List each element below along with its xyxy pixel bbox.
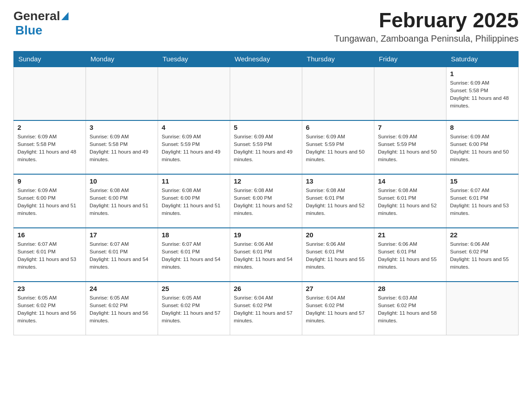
weekday-header-wednesday: Wednesday (230, 51, 302, 67)
day-number: 26 (234, 285, 298, 292)
day-number: 2 (17, 124, 82, 131)
day-number: 28 (378, 285, 442, 292)
calendar-cell: 4Sunrise: 6:09 AMSunset: 5:59 PMDaylight… (158, 120, 230, 174)
calendar-cell: 6Sunrise: 6:09 AMSunset: 5:59 PMDaylight… (302, 120, 374, 174)
calendar-cell: 3Sunrise: 6:09 AMSunset: 5:58 PMDaylight… (86, 120, 158, 174)
day-info: Sunrise: 6:08 AMSunset: 6:00 PMDaylight:… (162, 187, 226, 218)
logo-triangle-icon (61, 12, 69, 22)
calendar-cell (158, 67, 230, 120)
day-number: 11 (162, 177, 226, 185)
calendar-week-row: 16Sunrise: 6:07 AMSunset: 6:01 PMDayligh… (14, 228, 519, 282)
day-info: Sunrise: 6:03 AMSunset: 6:02 PMDaylight:… (378, 294, 442, 325)
day-number: 22 (450, 231, 515, 239)
day-number: 23 (17, 285, 82, 292)
day-number: 7 (378, 124, 442, 131)
calendar-cell: 24Sunrise: 6:05 AMSunset: 6:02 PMDayligh… (86, 282, 158, 335)
day-number: 20 (306, 231, 370, 239)
calendar-cell: 7Sunrise: 6:09 AMSunset: 5:59 PMDaylight… (374, 120, 446, 174)
day-number: 10 (90, 177, 154, 185)
title-block: February 2025 Tungawan, Zamboanga Penins… (334, 9, 519, 44)
calendar-cell: 28Sunrise: 6:03 AMSunset: 6:02 PMDayligh… (374, 282, 446, 335)
calendar-cell (374, 67, 446, 120)
logo: General Blue (13, 9, 69, 38)
day-number: 5 (234, 124, 298, 131)
day-info: Sunrise: 6:06 AMSunset: 6:01 PMDaylight:… (378, 240, 442, 271)
month-year-title: February 2025 (334, 9, 519, 32)
day-info: Sunrise: 6:06 AMSunset: 6:01 PMDaylight:… (306, 240, 370, 271)
calendar-week-row: 23Sunrise: 6:05 AMSunset: 6:02 PMDayligh… (14, 282, 519, 335)
weekday-header-thursday: Thursday (302, 51, 374, 67)
day-info: Sunrise: 6:08 AMSunset: 6:01 PMDaylight:… (378, 187, 442, 218)
calendar-cell: 5Sunrise: 6:09 AMSunset: 5:59 PMDaylight… (230, 120, 302, 174)
logo-general-text: General (13, 9, 60, 23)
calendar-cell (86, 67, 158, 120)
calendar-cell: 27Sunrise: 6:04 AMSunset: 6:02 PMDayligh… (302, 282, 374, 335)
calendar-cell (446, 282, 519, 335)
day-info: Sunrise: 6:04 AMSunset: 6:02 PMDaylight:… (306, 294, 370, 325)
calendar-cell: 21Sunrise: 6:06 AMSunset: 6:01 PMDayligh… (374, 228, 446, 282)
calendar-cell: 10Sunrise: 6:08 AMSunset: 6:00 PMDayligh… (86, 174, 158, 228)
day-info: Sunrise: 6:08 AMSunset: 6:01 PMDaylight:… (306, 187, 370, 218)
day-info: Sunrise: 6:06 AMSunset: 6:02 PMDaylight:… (450, 240, 515, 271)
day-number: 12 (234, 177, 298, 185)
day-number: 25 (162, 285, 226, 292)
day-number: 13 (306, 177, 370, 185)
day-number: 16 (17, 231, 82, 239)
weekday-header-tuesday: Tuesday (158, 51, 230, 67)
calendar-table: SundayMondayTuesdayWednesdayThursdayFrid… (13, 51, 519, 336)
calendar-cell: 25Sunrise: 6:05 AMSunset: 6:02 PMDayligh… (158, 282, 230, 335)
calendar-cell: 22Sunrise: 6:06 AMSunset: 6:02 PMDayligh… (446, 228, 519, 282)
day-info: Sunrise: 6:05 AMSunset: 6:02 PMDaylight:… (17, 294, 82, 325)
day-number: 19 (234, 231, 298, 239)
calendar-cell: 26Sunrise: 6:04 AMSunset: 6:02 PMDayligh… (230, 282, 302, 335)
day-number: 1 (450, 70, 515, 77)
day-info: Sunrise: 6:09 AMSunset: 5:59 PMDaylight:… (306, 133, 370, 164)
day-number: 15 (450, 177, 515, 185)
svg-marker-0 (61, 12, 69, 20)
calendar-cell: 11Sunrise: 6:08 AMSunset: 6:00 PMDayligh… (158, 174, 230, 228)
logo-blue-text: Blue (15, 23, 43, 37)
day-info: Sunrise: 6:08 AMSunset: 6:00 PMDaylight:… (90, 187, 154, 218)
day-info: Sunrise: 6:05 AMSunset: 6:02 PMDaylight:… (162, 294, 226, 325)
calendar-cell: 16Sunrise: 6:07 AMSunset: 6:01 PMDayligh… (14, 228, 86, 282)
day-number: 17 (90, 231, 154, 239)
day-number: 8 (450, 124, 515, 131)
calendar-cell: 14Sunrise: 6:08 AMSunset: 6:01 PMDayligh… (374, 174, 446, 228)
day-info: Sunrise: 6:09 AMSunset: 5:58 PMDaylight:… (450, 79, 515, 110)
day-info: Sunrise: 6:04 AMSunset: 6:02 PMDaylight:… (234, 294, 298, 325)
weekday-header-saturday: Saturday (446, 51, 519, 67)
calendar-week-row: 2Sunrise: 6:09 AMSunset: 5:58 PMDaylight… (14, 120, 519, 174)
day-info: Sunrise: 6:07 AMSunset: 6:01 PMDaylight:… (162, 240, 226, 271)
day-number: 27 (306, 285, 370, 292)
calendar-cell: 1Sunrise: 6:09 AMSunset: 5:58 PMDaylight… (446, 67, 519, 120)
calendar-cell (302, 67, 374, 120)
calendar-header-row: SundayMondayTuesdayWednesdayThursdayFrid… (14, 51, 519, 67)
calendar-cell: 9Sunrise: 6:09 AMSunset: 6:00 PMDaylight… (14, 174, 86, 228)
day-info: Sunrise: 6:09 AMSunset: 5:59 PMDaylight:… (378, 133, 442, 164)
calendar-cell: 15Sunrise: 6:07 AMSunset: 6:01 PMDayligh… (446, 174, 519, 228)
day-info: Sunrise: 6:09 AMSunset: 5:59 PMDaylight:… (234, 133, 298, 164)
day-number: 14 (378, 177, 442, 185)
calendar-cell: 20Sunrise: 6:06 AMSunset: 6:01 PMDayligh… (302, 228, 374, 282)
day-number: 24 (90, 285, 154, 292)
day-info: Sunrise: 6:09 AMSunset: 6:00 PMDaylight:… (17, 187, 82, 218)
weekday-header-sunday: Sunday (14, 51, 86, 67)
day-info: Sunrise: 6:09 AMSunset: 5:58 PMDaylight:… (17, 133, 82, 164)
weekday-header-monday: Monday (86, 51, 158, 67)
calendar-week-row: 9Sunrise: 6:09 AMSunset: 6:00 PMDaylight… (14, 174, 519, 228)
day-info: Sunrise: 6:07 AMSunset: 6:01 PMDaylight:… (17, 240, 82, 271)
calendar-week-row: 1Sunrise: 6:09 AMSunset: 5:58 PMDaylight… (14, 67, 519, 120)
calendar-cell: 13Sunrise: 6:08 AMSunset: 6:01 PMDayligh… (302, 174, 374, 228)
day-info: Sunrise: 6:06 AMSunset: 6:01 PMDaylight:… (234, 240, 298, 271)
calendar-cell: 12Sunrise: 6:08 AMSunset: 6:00 PMDayligh… (230, 174, 302, 228)
calendar-cell: 8Sunrise: 6:09 AMSunset: 6:00 PMDaylight… (446, 120, 519, 174)
calendar-cell: 2Sunrise: 6:09 AMSunset: 5:58 PMDaylight… (14, 120, 86, 174)
day-info: Sunrise: 6:09 AMSunset: 5:59 PMDaylight:… (162, 133, 226, 164)
day-number: 21 (378, 231, 442, 239)
day-info: Sunrise: 6:09 AMSunset: 5:58 PMDaylight:… (90, 133, 154, 164)
day-number: 18 (162, 231, 226, 239)
day-number: 6 (306, 124, 370, 131)
calendar-cell: 17Sunrise: 6:07 AMSunset: 6:01 PMDayligh… (86, 228, 158, 282)
day-info: Sunrise: 6:05 AMSunset: 6:02 PMDaylight:… (90, 294, 154, 325)
calendar-cell: 18Sunrise: 6:07 AMSunset: 6:01 PMDayligh… (158, 228, 230, 282)
